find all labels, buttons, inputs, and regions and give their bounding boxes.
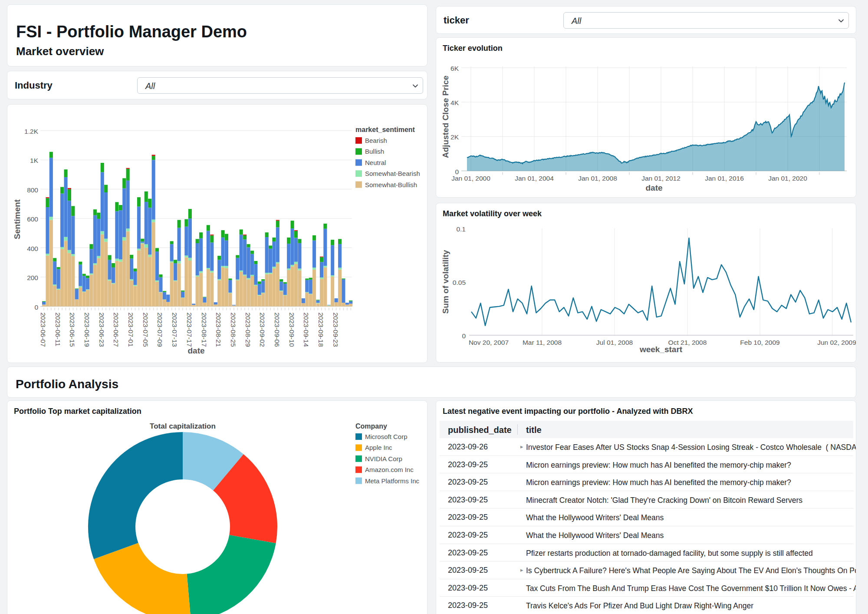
svg-text:NVIDIA Corp: NVIDIA Corp [365, 455, 402, 462]
svg-text:0.1: 0.1 [456, 225, 466, 233]
svg-text:1K: 1K [30, 157, 39, 164]
svg-text:Jan 01, 2016: Jan 01, 2016 [705, 175, 744, 182]
svg-text:2023-08-25: 2023-08-25 [230, 313, 237, 347]
svg-text:2023-07-09: 2023-07-09 [156, 313, 164, 347]
svg-text:Sentiment: Sentiment [13, 199, 22, 239]
svg-text:1.2K: 1.2K [24, 128, 39, 135]
svg-text:Jan 01, 2020: Jan 01, 2020 [768, 175, 807, 182]
svg-text:Jun 02, 2009: Jun 02, 2009 [817, 339, 856, 346]
svg-text:week_start: week_start [639, 345, 683, 354]
svg-text:Sum of volatility: Sum of volatility [441, 250, 450, 314]
svg-text:Apple Inc: Apple Inc [365, 444, 392, 451]
svg-text:2023-07-01: 2023-07-01 [127, 313, 135, 347]
svg-text:0: 0 [462, 332, 466, 340]
svg-text:Somewhat-Bullish: Somewhat-Bullish [365, 181, 417, 188]
svg-text:Feb 10, 2009: Feb 10, 2009 [740, 339, 779, 346]
svg-text:market_sentiment: market_sentiment [355, 126, 415, 133]
svg-text:800: 800 [27, 186, 38, 194]
svg-text:0: 0 [34, 304, 38, 311]
svg-text:Jan 01, 2012: Jan 01, 2012 [641, 175, 681, 182]
svg-text:Company: Company [355, 423, 387, 430]
svg-text:Somewhat-Bearish: Somewhat-Bearish [365, 170, 420, 177]
svg-text:2023-09-18: 2023-09-18 [317, 313, 325, 347]
svg-text:Bullish: Bullish [365, 148, 384, 155]
svg-text:2023-06-15: 2023-06-15 [69, 313, 76, 347]
svg-text:Jan 01, 2008: Jan 01, 2008 [578, 175, 617, 182]
svg-text:6K: 6K [450, 65, 459, 72]
svg-text:date: date [187, 346, 204, 355]
svg-text:Nov 20, 2007: Nov 20, 2007 [469, 339, 509, 346]
svg-text:400: 400 [27, 245, 38, 252]
svg-text:Mar 11, 2008: Mar 11, 2008 [523, 339, 562, 346]
svg-text:2023-07-13: 2023-07-13 [171, 313, 178, 347]
svg-text:Total capitalization: Total capitalization [150, 422, 216, 430]
svg-text:Amazon.com Inc: Amazon.com Inc [365, 466, 414, 473]
svg-text:2023-06-23: 2023-06-23 [98, 313, 105, 347]
svg-text:Adjusted Close Price: Adjusted Close Price [441, 76, 450, 158]
svg-text:2023-08-17: 2023-08-17 [201, 313, 208, 347]
svg-text:4K: 4K [450, 99, 459, 106]
svg-text:Meta Platforms Inc: Meta Platforms Inc [365, 477, 420, 485]
svg-text:2023-08-21: 2023-08-21 [215, 313, 222, 347]
svg-text:2023-09-06: 2023-09-06 [273, 313, 281, 347]
svg-text:2023-09-02: 2023-09-02 [259, 313, 266, 347]
svg-text:Neutral: Neutral [365, 159, 386, 166]
svg-text:2023-06-07: 2023-06-07 [39, 313, 47, 347]
svg-text:2023-09-23: 2023-09-23 [332, 313, 339, 347]
svg-text:Jan 01, 2004: Jan 01, 2004 [515, 175, 554, 182]
svg-text:Microsoft Corp: Microsoft Corp [365, 433, 408, 440]
svg-text:600: 600 [27, 215, 38, 223]
svg-text:200: 200 [27, 274, 38, 281]
svg-text:Bearish: Bearish [365, 137, 387, 144]
svg-text:2023-07-05: 2023-07-05 [142, 313, 149, 347]
svg-text:2023-09-10: 2023-09-10 [288, 313, 296, 347]
svg-text:2023-06-27: 2023-06-27 [112, 313, 120, 347]
svg-text:2023-07-17: 2023-07-17 [186, 313, 193, 347]
svg-text:Jan 01, 2000: Jan 01, 2000 [451, 175, 490, 182]
svg-text:2023-08-29: 2023-08-29 [244, 313, 252, 347]
svg-text:0.05: 0.05 [453, 279, 466, 286]
svg-text:2023-09-14: 2023-09-14 [302, 313, 310, 347]
svg-text:2023-06-11: 2023-06-11 [54, 313, 62, 347]
svg-text:Jul 01, 2008: Jul 01, 2008 [596, 339, 633, 346]
svg-text:date: date [645, 183, 662, 192]
svg-text:2K: 2K [450, 133, 459, 141]
svg-text:2023-06-19: 2023-06-19 [83, 313, 91, 347]
